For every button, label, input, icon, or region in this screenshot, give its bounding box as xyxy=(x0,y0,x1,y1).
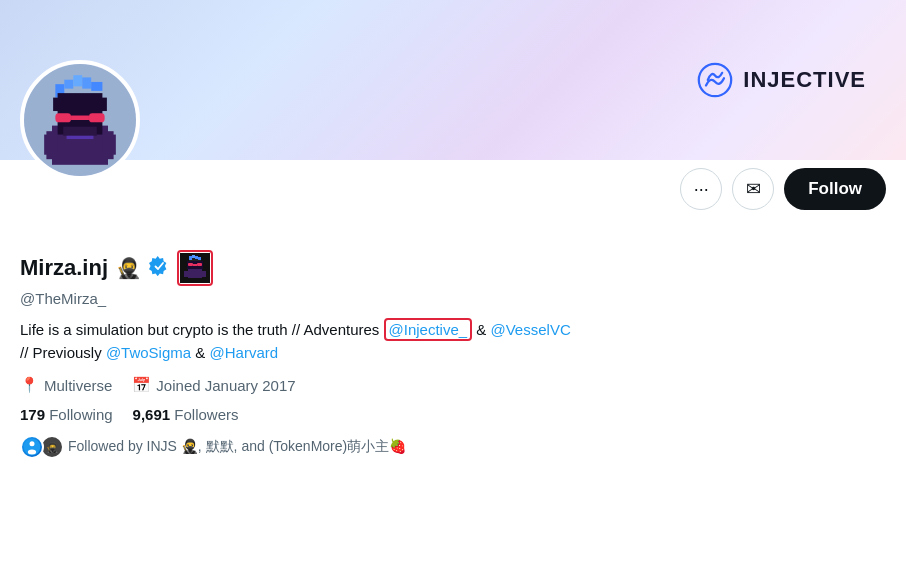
followed-by-text: Followed by INJS 🥷, 默默, and (TokenMore)萌… xyxy=(68,438,406,456)
svg-rect-11 xyxy=(91,82,102,91)
svg-point-33 xyxy=(28,450,36,455)
username: @TheMirza_ xyxy=(20,290,886,307)
followed-by: 🥷 Followed by INJS 🥷, 默默, and (TokenMore… xyxy=(20,435,886,459)
follower-avatars: 🥷 xyxy=(20,435,60,459)
svg-rect-13 xyxy=(53,98,107,111)
bio-injective-link[interactable]: @Injective_ xyxy=(384,318,473,341)
followers-count: 9,691 xyxy=(133,406,171,423)
following-stat[interactable]: 179 Following xyxy=(20,406,113,423)
svg-rect-8 xyxy=(64,80,73,89)
stats-row: 179 Following 9,691 Followers xyxy=(20,406,886,423)
calendar-icon: 📅 xyxy=(132,376,151,394)
svg-rect-6 xyxy=(71,116,89,120)
svg-rect-9 xyxy=(73,75,82,86)
injective-icon xyxy=(697,62,733,98)
svg-rect-15 xyxy=(44,135,57,155)
svg-rect-17 xyxy=(63,127,97,136)
page-wrapper: INJECTIVE ··· ✉ Follow Mirza.inj 🥷 xyxy=(0,0,906,459)
svg-rect-10 xyxy=(82,77,91,88)
bio-harvard-link[interactable]: @Harvard xyxy=(209,344,278,361)
svg-rect-22 xyxy=(188,263,193,266)
svg-rect-30 xyxy=(198,257,201,260)
bio-part2: & xyxy=(472,321,490,338)
joined-text: Joined January 2017 xyxy=(156,377,295,394)
bio-twosigma-link[interactable]: @TwoSigma xyxy=(106,344,191,361)
profile-banner: INJECTIVE ··· ✉ Follow xyxy=(0,0,906,160)
ninja-emoji: 🥷 xyxy=(116,256,141,280)
bio-part1: Life is a simulation but crypto is the t… xyxy=(20,321,384,338)
joined-meta: 📅 Joined January 2017 xyxy=(132,376,295,394)
svg-rect-27 xyxy=(189,256,192,260)
location-icon: 📍 xyxy=(20,376,39,394)
follower-avatar-1 xyxy=(20,435,44,459)
followers-stat[interactable]: 9,691 Followers xyxy=(133,406,239,423)
bio: Life is a simulation but crypto is the t… xyxy=(20,319,886,364)
svg-rect-5 xyxy=(89,113,105,122)
nft-badge xyxy=(177,250,213,286)
svg-point-32 xyxy=(30,441,35,446)
profile-content: Mirza.inj 🥷 xyxy=(0,250,906,459)
profile-meta: 📍 Multiverse 📅 Joined January 2017 xyxy=(20,376,886,394)
profile-header: Mirza.inj 🥷 xyxy=(20,250,886,286)
svg-rect-4 xyxy=(55,113,71,122)
svg-rect-28 xyxy=(192,255,195,258)
svg-rect-29 xyxy=(195,256,198,259)
svg-rect-26 xyxy=(184,271,206,277)
svg-point-18 xyxy=(699,64,731,96)
svg-rect-23 xyxy=(197,263,202,266)
following-count: 179 xyxy=(20,406,45,423)
verified-badge xyxy=(149,256,169,281)
following-label: Following xyxy=(49,406,112,423)
bio-vessel-link[interactable]: @VesselVC xyxy=(490,321,570,338)
svg-rect-16 xyxy=(102,135,115,155)
location-text: Multiverse xyxy=(44,377,112,394)
followers-label: Followers xyxy=(174,406,238,423)
bio-part3: // Previously xyxy=(20,344,106,361)
display-name: Mirza.inj xyxy=(20,255,108,281)
profile-section: Mirza.inj 🥷 xyxy=(0,160,906,459)
location-meta: 📍 Multiverse xyxy=(20,376,112,394)
injective-logo: INJECTIVE xyxy=(697,62,866,98)
svg-rect-24 xyxy=(193,264,197,266)
bio-part4: & xyxy=(191,344,209,361)
injective-label: INJECTIVE xyxy=(743,67,866,93)
